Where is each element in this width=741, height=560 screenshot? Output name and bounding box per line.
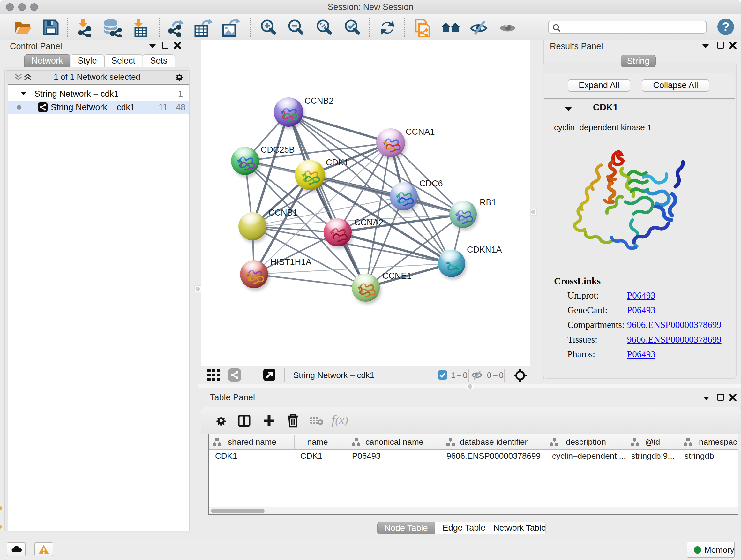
svg-text:P06493: P06493 [352, 451, 381, 461]
svg-text:@id: @id [645, 437, 660, 447]
svg-text:stringdb: stringdb [684, 451, 714, 461]
svg-text:CDC6: CDC6 [419, 179, 443, 188]
svg-text:cyclin–dependent ...: cyclin–dependent ... [552, 451, 626, 461]
svg-text:HIST1H1A: HIST1H1A [270, 257, 312, 267]
svg-text:namespac: namespac [699, 437, 737, 447]
svg-text:CDK1: CDK1 [300, 451, 322, 461]
svg-text:CDKN1A: CDKN1A [467, 245, 502, 254]
svg-text:CCNB1: CCNB1 [268, 208, 298, 217]
svg-text:CCNE1: CCNE1 [382, 271, 412, 281]
svg-text:CDK1: CDK1 [215, 451, 237, 461]
svg-text:CDC25B: CDC25B [261, 145, 295, 154]
svg-text:name: name [307, 437, 328, 447]
svg-text:CCNB2: CCNB2 [305, 96, 334, 106]
svg-text:CDK1: CDK1 [326, 158, 349, 167]
svg-text:canonical name: canonical name [365, 437, 423, 447]
svg-text:stringdb:9...: stringdb:9... [631, 451, 675, 461]
svg-text:description: description [566, 437, 606, 447]
svg-text:RB1: RB1 [480, 198, 496, 207]
svg-text:9606.ENSP00000378699: 9606.ENSP00000378699 [447, 451, 541, 461]
svg-text:shared name: shared name [228, 437, 276, 447]
svg-text:CCNA1: CCNA1 [406, 127, 435, 137]
svg-text:CCNA2: CCNA2 [354, 218, 384, 227]
svg-text:database identifier: database identifier [460, 437, 528, 447]
